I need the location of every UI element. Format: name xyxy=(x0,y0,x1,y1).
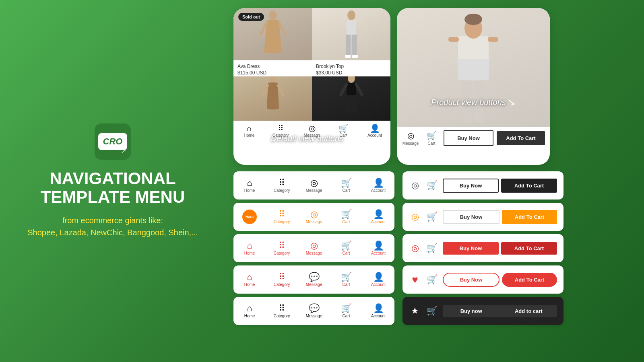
svg-rect-20 xyxy=(458,36,489,59)
nav3-home[interactable]: ⌂ Home xyxy=(235,241,264,255)
nav1-message[interactable]: ◎ Message xyxy=(300,179,328,193)
message3-icon: ◎ xyxy=(310,241,318,250)
nav5-account[interactable]: 👤 Account xyxy=(364,304,392,318)
pv-message-icon: ◎ xyxy=(407,131,414,140)
product-brooklyn-top: Brooklyn Top $33.00 USD xyxy=(312,8,390,76)
br3-add-cart-button[interactable]: Add To Cart xyxy=(501,242,557,255)
br5-add-cart-button[interactable]: Add to cart xyxy=(500,305,557,317)
nav1-account[interactable]: 👤 Account xyxy=(364,179,392,193)
nav1-home[interactable]: ⌂ Home xyxy=(235,179,264,193)
nav4-home[interactable]: ⌂ Home xyxy=(235,273,264,287)
home-icon: ⌂ xyxy=(247,124,252,132)
svg-point-0 xyxy=(269,10,277,20)
btn-row-5: ★ 🛒 Buy now Add to cart xyxy=(402,297,564,325)
product-row2-right xyxy=(312,76,390,121)
ava-dress-img: Sold out xyxy=(233,8,312,60)
brooklyn-top-name: Brooklyn Top xyxy=(316,64,386,69)
nav5-home[interactable]: ⌂ Home xyxy=(235,304,264,318)
pv-message[interactable]: ◎ Message xyxy=(402,131,419,146)
nav1-cart[interactable]: 🛒 Cart xyxy=(332,179,360,193)
br3-buttons: Buy Now Add To Cart xyxy=(443,242,557,255)
category5-icon: ⠿ xyxy=(279,304,285,313)
svg-line-11 xyxy=(278,85,283,96)
svg-rect-23 xyxy=(448,37,459,42)
svg-line-16 xyxy=(341,84,347,95)
outfit1-figure-icon xyxy=(257,76,289,121)
svg-rect-15 xyxy=(352,95,357,113)
outfit2-figure-icon xyxy=(335,76,367,121)
nav4-message[interactable]: 💬 Message xyxy=(300,273,328,287)
br1-buy-now-button[interactable]: Buy Now xyxy=(443,179,499,193)
svg-point-22 xyxy=(464,14,482,25)
br1-buttons: Buy Now Add To Cart xyxy=(443,179,557,193)
nav5-message[interactable]: 💬 Message xyxy=(300,304,328,318)
svg-line-10 xyxy=(262,85,268,96)
svg-rect-4 xyxy=(347,20,356,35)
nav-cart[interactable]: 🛒 Cart xyxy=(331,124,355,138)
nav-account[interactable]: 👤 Account xyxy=(363,124,387,138)
svg-rect-6 xyxy=(352,35,357,56)
br4-add-cart-button[interactable]: Add To Cart xyxy=(502,273,557,287)
br4-cart-icon: 🛒 xyxy=(426,274,438,285)
svg-rect-8 xyxy=(352,55,358,58)
product-view-content: Product view buttons ↘ ◎ Message 🛒 Cart xyxy=(397,8,550,149)
top-phones-row: Sold out xyxy=(233,8,564,165)
bottom-section: ⌂ Home ⠿ Category ◎ Message 🛒 Cart xyxy=(233,171,564,325)
br1-cart-icon: 🛒 xyxy=(426,180,438,191)
account3-icon: 👤 xyxy=(373,241,384,250)
cart4-icon: 🛒 xyxy=(341,273,352,282)
cart5-icon: 🛒 xyxy=(341,304,352,313)
nav4-category[interactable]: ⠿ Category xyxy=(268,273,296,287)
pv-buy-now-button[interactable]: Buy Now xyxy=(444,130,493,146)
nav2-hara-logo[interactable]: Hara xyxy=(235,210,264,224)
svg-rect-13 xyxy=(347,83,356,95)
br1-message-icon: ◎ xyxy=(409,180,421,191)
br5-cart-icon: 🛒 xyxy=(426,306,438,316)
nav3-cart[interactable]: 🛒 Cart xyxy=(332,241,360,255)
nav-category[interactable]: ⠿ Category xyxy=(268,124,293,138)
ava-dress-name: Ava Dress xyxy=(237,64,308,69)
nav-row-4: ⌂ Home ⠿ Category 💬 Message 🛒 Cart xyxy=(233,265,394,294)
br1-add-cart-button[interactable]: Add To Cart xyxy=(501,179,557,193)
btn-row-3: ◎ 🛒 Buy Now Add To Cart xyxy=(402,234,564,262)
nav3-message[interactable]: ◎ Message xyxy=(300,241,328,255)
category-icon: ⠿ xyxy=(278,124,284,132)
nav5-cart[interactable]: 🛒 Cart xyxy=(332,304,360,318)
cart3-icon: 🛒 xyxy=(341,241,352,250)
br2-cart-icon: 🛒 xyxy=(426,212,438,222)
nav-home[interactable]: ⌂ Home xyxy=(237,124,261,138)
nav3-category[interactable]: ⠿ Category xyxy=(268,241,296,255)
br2-buy-now-button[interactable]: Buy Now xyxy=(443,210,500,224)
account4-icon: 👤 xyxy=(373,273,384,282)
home3-icon: ⌂ xyxy=(247,241,252,250)
svg-line-17 xyxy=(356,84,362,95)
main-content: Sold out xyxy=(233,8,564,354)
brooklyn-top-price: $33.00 USD xyxy=(316,70,386,76)
nav2-category[interactable]: ⠿ Category xyxy=(268,210,296,224)
br2-add-cart-button[interactable]: Add To Cart xyxy=(502,210,557,224)
btn-rows-column: ◎ 🛒 Buy Now Add To Cart ◎ 🛒 Buy Now Add … xyxy=(402,171,564,325)
nav1-category[interactable]: ⠿ Category xyxy=(268,179,296,193)
nav-row-5: ⌂ Home ⠿ Category 💬 Message 🛒 Cart xyxy=(233,297,394,325)
logo-box: CRO ↗ xyxy=(95,123,131,160)
nav3-account[interactable]: 👤 Account xyxy=(364,241,392,255)
pv-add-to-cart-button[interactable]: Add To Cart xyxy=(497,131,545,145)
cursor-icon: ↗ xyxy=(121,147,126,155)
br4-buy-now-button[interactable]: Buy Now xyxy=(443,273,500,287)
nav4-account[interactable]: 👤 Account xyxy=(364,273,392,287)
br3-cart-icon: 🛒 xyxy=(426,243,438,253)
br3-buy-now-button[interactable]: Buy Now xyxy=(443,242,499,255)
nav2-message[interactable]: ◎ Message xyxy=(300,210,328,224)
shorts-model-icon xyxy=(433,8,514,127)
nav5-category[interactable]: ⠿ Category xyxy=(268,304,296,318)
message-icon: ◎ xyxy=(309,124,316,132)
left-phone-mockup: Sold out xyxy=(233,8,390,165)
nav-message[interactable]: ◎ Message xyxy=(300,124,324,138)
svg-rect-24 xyxy=(488,37,498,42)
nav2-account[interactable]: 👤 Account xyxy=(364,210,392,224)
nav2-cart[interactable]: 🛒 Cart xyxy=(332,210,360,224)
message4-icon: 💬 xyxy=(309,273,320,282)
br5-buy-now-button[interactable]: Buy now xyxy=(443,305,500,317)
pv-cart[interactable]: 🛒 Cart xyxy=(423,131,440,146)
nav4-cart[interactable]: 🛒 Cart xyxy=(332,273,360,287)
